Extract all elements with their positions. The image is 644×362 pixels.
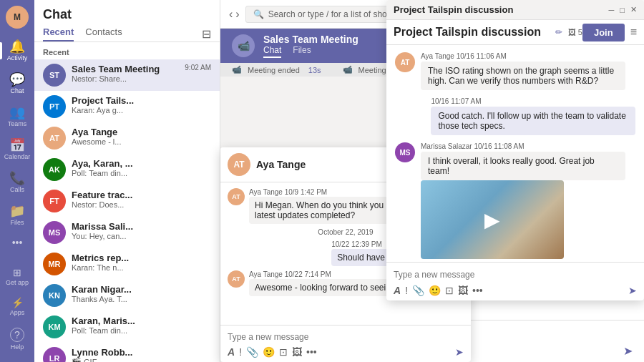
ts-avatar-3: MS xyxy=(395,142,415,162)
tailspin-compose-input[interactable] xyxy=(394,267,637,283)
chat-list-item[interactable]: PT Project Tails... Karan: Aya g... xyxy=(34,91,220,122)
sidebar-item-calls[interactable]: 📞 Calls xyxy=(0,166,34,199)
mini-gif-btn[interactable]: ⊡ xyxy=(279,346,288,358)
meeting-icon: 📹 xyxy=(232,34,255,57)
tailspin-compose-toolbar: A ! 📎 🙂 ⊡ 🖼 ••• ➤ xyxy=(394,283,637,296)
meeting-tab-chat[interactable]: Chat xyxy=(263,45,281,58)
chat-panel: Chat Recent Contacts ⊟ Recent ST Sales T… xyxy=(34,0,220,362)
ts-sticker-btn[interactable]: 🖼 xyxy=(458,285,468,296)
chat-list-item[interactable]: FT Feature trac... Nestor: Does... xyxy=(34,185,220,217)
sidebar-item-label: Calls xyxy=(10,186,24,193)
mini-emoji-btn[interactable]: 🙂 xyxy=(263,346,275,358)
chat-list-item[interactable]: MS Marissa Sali... You: Hey, can... xyxy=(34,217,220,248)
ts-more-btn[interactable]: ••• xyxy=(472,285,483,296)
ts-msg-content-1: Aya Tange 10/16 11:06 AM The ISO rating … xyxy=(421,52,625,90)
ts-gif-btn[interactable]: ⊡ xyxy=(445,285,454,296)
ts-msg-1: AT Aya Tange 10/16 11:06 AM The ISO rati… xyxy=(395,52,635,90)
sidebar-item-more[interactable]: ••• xyxy=(0,232,34,253)
chat-list-item[interactable]: AT Aya Tange Awesome - l... xyxy=(34,122,220,154)
chat-list-item[interactable]: MR Metrics rep... Karan: The n... xyxy=(34,248,220,280)
sidebar-item-activity[interactable]: 🔔 Activity xyxy=(0,34,34,67)
chat-tabs: Recent Contacts ⊟ xyxy=(43,26,211,41)
tailspin-close-button[interactable]: ✕ xyxy=(630,5,637,14)
mini-msg-avatar-3: AT xyxy=(228,270,245,288)
join-button[interactable]: Join xyxy=(582,24,625,41)
mini-format-btn[interactable]: A xyxy=(228,346,235,358)
ts-send-button[interactable]: ➤ xyxy=(628,285,637,296)
getapp-icon: ⊞ xyxy=(13,268,21,278)
chat-header: Chat Recent Contacts ⊟ xyxy=(34,0,220,42)
meeting-tab-files[interactable]: Files xyxy=(293,45,311,58)
camera-icon-2: 📹 xyxy=(343,65,353,74)
ts-msg-meta-1: Aya Tange 10/16 11:06 AM xyxy=(421,52,625,60)
chat-icon: 💬 xyxy=(9,73,25,86)
ts-exclaim-btn[interactable]: ! xyxy=(405,285,408,296)
meeting-ended-1: 📹 Meeting ended 13s xyxy=(232,65,321,74)
chat-title: Chat xyxy=(43,7,211,22)
tailspin-title-row: Project Tailspin discussion ✏ 🖼 5 xyxy=(394,20,582,44)
edit-icon[interactable]: ✏ xyxy=(555,27,562,37)
sidebar-item-calendar[interactable]: 📅 Calendar xyxy=(0,133,34,166)
sidebar-top: M 🔔 Activity 💬 Chat 👥 Teams 📅 Calendar 📞… xyxy=(0,0,34,253)
mini-exclaim-btn[interactable]: ! xyxy=(239,346,242,358)
search-icon: 🔍 xyxy=(253,9,264,19)
sidebar-item-help[interactable]: ? Help xyxy=(0,322,34,356)
ts-emoji-btn[interactable]: 🙂 xyxy=(429,285,441,296)
tailspin-chat-title: Project Tailspin discussion xyxy=(394,26,550,39)
aya-compose-area: A ! 📎 🙂 ⊡ 🖼 ••• ➤ xyxy=(220,325,471,362)
calls-icon: 📞 xyxy=(9,172,25,185)
user-avatar[interactable]: M xyxy=(6,6,29,29)
sidebar-item-label: Help xyxy=(11,343,24,351)
chat-list-item[interactable]: KN Karan Nigar... Thanks Aya. T... xyxy=(34,280,220,311)
send-button[interactable]: ➤ xyxy=(623,344,633,358)
ts-msg-3: MS Marissa Salazar 10/16 11:08 AM I thin… xyxy=(395,142,635,259)
chat-list-item[interactable]: ST Sales Team Meeting Nestor: Share... 9… xyxy=(34,59,220,91)
chat-list-item[interactable]: AK Aya, Karan, ... Poll: Team din... xyxy=(34,154,220,185)
sidebar-item-chat[interactable]: 💬 Chat xyxy=(0,67,34,100)
tailspin-minimize-button[interactable]: ─ xyxy=(609,6,615,14)
play-icon[interactable]: ▶ xyxy=(484,208,500,232)
tailspin-compose: A ! 📎 🙂 ⊡ 🖼 ••• ➤ xyxy=(386,262,644,300)
forward-button[interactable]: › xyxy=(235,8,239,21)
chat-list-item[interactable]: KM Karan, Maris... Poll: Team din... xyxy=(34,311,220,343)
ts-msg-content-2: 10/16 11:07 AM Good catch. I'll follow u… xyxy=(431,97,635,135)
mini-send-button[interactable]: ➤ xyxy=(455,346,464,358)
sidebar-item-label: Calendar xyxy=(4,153,31,160)
topbar-nav: ‹ › xyxy=(229,8,240,21)
filter-icon[interactable]: ⊟ xyxy=(202,27,211,41)
tailspin-body: AT Aya Tange 10/16 11:06 AM The ISO rati… xyxy=(386,45,644,262)
sidebar-item-label: Chat xyxy=(10,87,24,94)
ts-bubble-2: Good catch. I'll follow up with the team… xyxy=(431,107,635,135)
apps-icon: ⚡ xyxy=(11,298,24,308)
chat-list-item[interactable]: LR Lynne Robb... 🎬 GIF xyxy=(34,343,220,362)
tailspin-maximize-button[interactable]: □ xyxy=(620,6,625,14)
sidebar-item-label: Teams xyxy=(8,120,27,127)
ended-time-1: 13s xyxy=(308,66,321,74)
help-icon: ? xyxy=(10,328,24,342)
sidebar-item-getapp[interactable]: ⊞ Get app xyxy=(0,262,34,292)
aya-compose-input[interactable] xyxy=(228,330,464,344)
tab-contacts[interactable]: Contacts xyxy=(85,26,122,41)
mini-attach-btn[interactable]: 📎 xyxy=(246,346,258,358)
ts-msg-2: 10/16 11:07 AM Good catch. I'll follow u… xyxy=(395,97,635,135)
files-icon: 📁 xyxy=(9,205,25,217)
sidebar-item-label: Apps xyxy=(10,309,25,316)
mini-msg-avatar-1: AT xyxy=(228,188,245,205)
tailspin-menu-button[interactable]: ≡ xyxy=(630,26,637,39)
ts-format-btn[interactable]: A xyxy=(394,285,401,296)
sidebar-item-files[interactable]: 📁 Files xyxy=(0,199,34,232)
sidebar-item-teams[interactable]: 👥 Teams xyxy=(0,100,34,133)
ts-bubble-1: The ISO rating shown on the graph seems … xyxy=(421,62,625,90)
tab-recent[interactable]: Recent xyxy=(43,26,74,41)
activity-icon: 🔔 xyxy=(9,40,25,53)
mini-more-btn[interactable]: ••• xyxy=(306,346,317,358)
mini-sticker-btn[interactable]: 🖼 xyxy=(292,346,302,358)
back-button[interactable]: ‹ xyxy=(229,8,233,21)
sidebar-item-label: Activity xyxy=(7,54,28,62)
sidebar-item-apps[interactable]: ⚡ Apps xyxy=(0,292,34,322)
ts-attach-btn[interactable]: 📎 xyxy=(412,285,424,296)
sidebar-item-label: Files xyxy=(10,219,24,226)
ended-text-1: Meeting ended xyxy=(248,66,300,74)
ts-bubble-3: I think overall, it looks really good. G… xyxy=(421,152,625,180)
sidebar-bottom: ⊞ Get app ⚡ Apps ? Help xyxy=(0,262,34,362)
